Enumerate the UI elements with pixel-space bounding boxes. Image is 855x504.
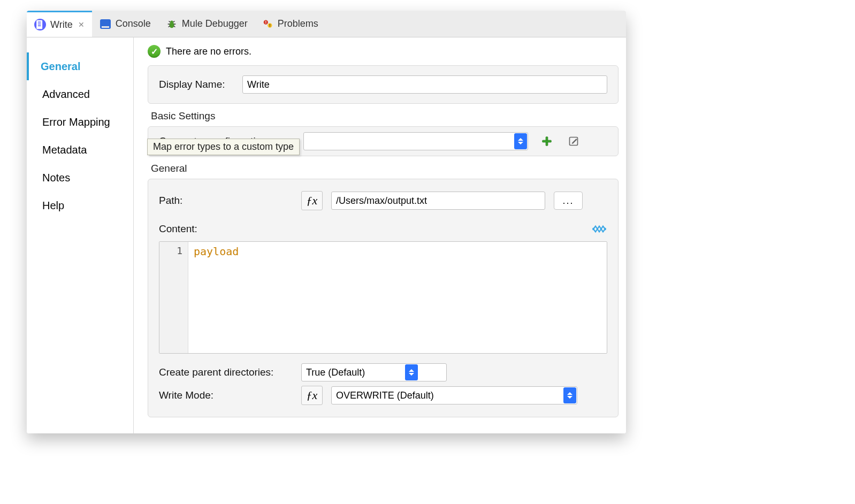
tab-label: Console — [116, 18, 151, 29]
sidebar-item-advanced[interactable]: Advanced — [37, 80, 133, 108]
write-mode-label: Write Mode: — [159, 390, 293, 401]
view-tabbar: Write ✕ Console Mule Debugger !! Problem… — [27, 11, 626, 37]
sidebar-item-notes[interactable]: Notes — [37, 164, 133, 192]
basic-settings-title: Basic Settings — [151, 110, 619, 122]
status-text: There are no errors. — [166, 46, 251, 57]
create-dirs-select[interactable] — [301, 363, 447, 381]
sidebar-item-general[interactable]: General — [27, 52, 133, 80]
error-mapping-tooltip: Map error types to a custom type — [147, 139, 300, 155]
display-name-label: Display Name: — [159, 79, 234, 90]
svg-line-11 — [173, 21, 174, 22]
sidebar-item-error-mapping[interactable]: Error Mapping — [37, 108, 133, 136]
display-name-input[interactable] — [242, 75, 607, 94]
chevron-updown-icon[interactable] — [514, 133, 527, 149]
display-name-section: Display Name: — [148, 65, 619, 104]
browse-path-button[interactable]: ... — [554, 192, 583, 210]
tab-label: Problems — [278, 18, 318, 29]
svg-rect-0 — [36, 20, 42, 29]
content-editor[interactable]: 1 payload — [159, 241, 607, 354]
tooltip-text: Map error types to a custom type — [153, 141, 294, 152]
chevron-updown-icon[interactable] — [405, 364, 418, 380]
svg-rect-17 — [543, 140, 552, 142]
tab-mule-debugger[interactable]: Mule Debugger — [158, 11, 255, 37]
editor-line-number: 1 — [159, 242, 188, 353]
svg-line-10 — [169, 21, 170, 22]
svg-text:!: ! — [269, 24, 270, 27]
write-mode-select[interactable] — [331, 386, 577, 404]
console-icon — [100, 18, 111, 30]
editor-content[interactable]: payload — [188, 242, 607, 353]
check-circle-icon: ✓ — [148, 45, 161, 58]
tab-label: Write — [50, 19, 73, 30]
sidebar-item-label: Metadata — [42, 144, 87, 156]
validation-status: ✓ There are no errors. — [148, 45, 619, 58]
add-config-button[interactable] — [539, 133, 555, 149]
write-component-icon — [34, 19, 46, 30]
sidebar-item-label: General — [41, 60, 80, 72]
dataweave-icon[interactable] — [591, 221, 607, 237]
content-label: Content: — [159, 223, 293, 235]
svg-text:!: ! — [265, 20, 266, 24]
svg-rect-2 — [38, 24, 41, 25]
path-input[interactable] — [331, 192, 545, 210]
svg-rect-1 — [38, 22, 41, 23]
sidebar-item-label: Advanced — [42, 88, 90, 100]
edit-config-button[interactable] — [566, 133, 582, 149]
fx-toggle-writemode[interactable]: ƒx — [301, 386, 323, 405]
tab-problems[interactable]: !! Problems — [255, 11, 326, 37]
create-dirs-label: Create parent directories: — [159, 366, 293, 378]
svg-point-5 — [170, 20, 173, 24]
general-section: Path: ƒx ... Content: 1 — [148, 179, 619, 417]
svg-line-9 — [173, 26, 175, 27]
connector-config-select[interactable] — [303, 132, 528, 150]
sidebar-item-label: Help — [42, 200, 64, 211]
svg-line-8 — [168, 26, 170, 27]
close-icon[interactable]: ✕ — [78, 20, 85, 29]
properties-main: ✓ There are no errors. Display Name: Bas… — [134, 37, 626, 433]
problems-icon: !! — [263, 19, 273, 29]
svg-rect-3 — [38, 25, 41, 26]
sidebar-item-help[interactable]: Help — [37, 192, 133, 219]
path-label: Path: — [159, 195, 293, 207]
general-section-title: General — [151, 163, 619, 174]
fx-toggle-path[interactable]: ƒx — [301, 191, 323, 210]
properties-sidebar: General Advanced Error Mapping Metadata … — [27, 37, 134, 433]
tab-label: Mule Debugger — [182, 18, 248, 29]
sidebar-item-metadata[interactable]: Metadata — [37, 136, 133, 164]
sidebar-item-label: Notes — [42, 172, 70, 184]
properties-window: Write ✕ Console Mule Debugger !! Problem… — [27, 11, 626, 433]
tab-console[interactable]: Console — [92, 11, 158, 37]
chevron-updown-icon[interactable] — [563, 387, 576, 403]
sidebar-item-label: Error Mapping — [42, 116, 110, 128]
bug-icon — [166, 18, 178, 30]
tab-write[interactable]: Write ✕ — [27, 11, 92, 37]
